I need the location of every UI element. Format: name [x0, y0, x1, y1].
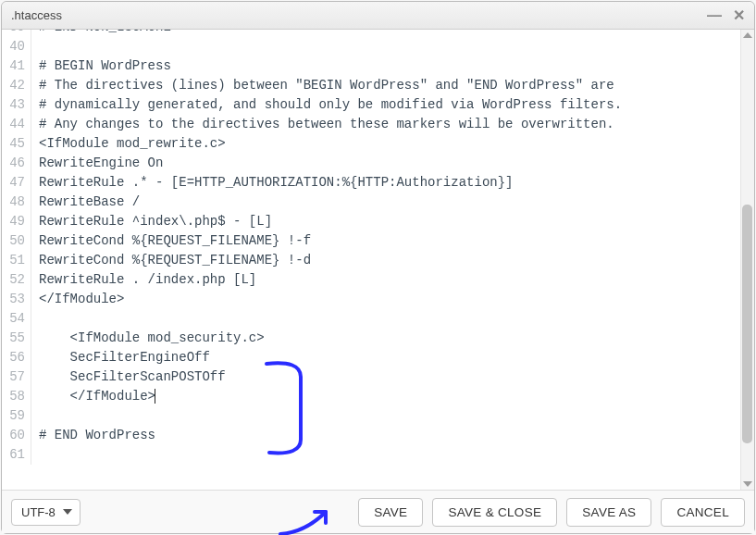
save-as-button[interactable]: SAVE AS: [566, 498, 651, 527]
code-line[interactable]: 61: [2, 445, 740, 465]
line-content: [31, 37, 39, 56]
line-content: SecFilterScanPOSTOff: [31, 367, 226, 387]
line-number: 53: [2, 290, 31, 309]
editor-window: .htaccess — ✕ 39# END NON_LSCACHE4041# B…: [1, 1, 755, 534]
line-content: # END NON_LSCACHE: [31, 30, 171, 37]
window-title: .htaccess: [11, 8, 62, 22]
code-editor[interactable]: 39# END NON_LSCACHE4041# BEGIN WordPress…: [2, 30, 740, 490]
code-line[interactable]: 60# END WordPress: [2, 426, 740, 445]
code-line[interactable]: 54: [2, 309, 740, 329]
code-line[interactable]: 43# dynamically generated, and should on…: [2, 95, 740, 115]
code-line[interactable]: 53</IfModule>: [2, 290, 740, 309]
scrollbar-thumb[interactable]: [742, 205, 752, 443]
line-number: 48: [2, 193, 31, 212]
code-line[interactable]: 45<IfModule mod_rewrite.c>: [2, 134, 740, 154]
code-line[interactable]: 44# Any changes to the directives betwee…: [2, 115, 740, 134]
line-content: # Any changes to the directives between …: [31, 115, 614, 134]
close-icon[interactable]: ✕: [733, 8, 745, 23]
line-number: 40: [2, 37, 31, 56]
line-content: # dynamically generated, and should only…: [31, 95, 622, 115]
text-caret: [155, 389, 155, 404]
line-content: [31, 309, 39, 329]
code-line[interactable]: 59: [2, 406, 740, 426]
line-content: </IfModule>: [31, 290, 124, 309]
code-line[interactable]: 57 SecFilterScanPOSTOff: [2, 367, 740, 387]
line-number: 45: [2, 134, 31, 154]
line-number: 39: [2, 30, 31, 37]
line-content: </IfModule>: [31, 387, 155, 406]
titlebar-actions: — ✕: [707, 8, 745, 23]
line-number: 50: [2, 231, 31, 251]
scrollbar[interactable]: [740, 30, 754, 490]
line-number: 56: [2, 348, 31, 367]
line-number: 46: [2, 154, 31, 173]
code-line[interactable]: 42# The directives (lines) between "BEGI…: [2, 76, 740, 95]
line-content: # BEGIN WordPress: [31, 56, 171, 76]
line-content: [31, 445, 39, 465]
line-content: <IfModule mod_security.c>: [31, 329, 265, 348]
line-content: RewriteCond %{REQUEST_FILENAME} !-d: [31, 251, 311, 270]
line-number: 43: [2, 95, 31, 115]
code-line[interactable]: 48RewriteBase /: [2, 193, 740, 212]
code-line[interactable]: 55 <IfModule mod_security.c>: [2, 329, 740, 348]
line-number: 58: [2, 387, 31, 406]
footer-bar: UTF-8 SAVE SAVE & CLOSE SAVE AS CANCEL: [2, 491, 754, 533]
line-number: 54: [2, 309, 31, 329]
save-close-button[interactable]: SAVE & CLOSE: [432, 498, 557, 527]
line-number: 60: [2, 426, 31, 445]
line-content: RewriteBase /: [31, 193, 140, 212]
code-line[interactable]: 56 SecFilterEngineOff: [2, 348, 740, 367]
line-content: # END WordPress: [31, 426, 155, 445]
cancel-button[interactable]: CANCEL: [661, 498, 745, 527]
line-content: <IfModule mod_rewrite.c>: [31, 134, 226, 154]
code-line[interactable]: 49RewriteRule ^index\.php$ - [L]: [2, 212, 740, 231]
line-content: # The directives (lines) between "BEGIN …: [31, 76, 614, 95]
line-number: 57: [2, 367, 31, 387]
code-line[interactable]: 39# END NON_LSCACHE: [2, 30, 740, 37]
line-content: [31, 406, 39, 426]
line-number: 41: [2, 56, 31, 76]
code-line[interactable]: 50RewriteCond %{REQUEST_FILENAME} !-f: [2, 231, 740, 251]
code-line[interactable]: 58 </IfModule>: [2, 387, 740, 406]
line-content: RewriteEngine On: [31, 154, 163, 173]
line-number: 61: [2, 445, 31, 465]
editor-area: 39# END NON_LSCACHE4041# BEGIN WordPress…: [2, 30, 754, 491]
line-content: RewriteRule .* - [E=HTTP_AUTHORIZATION:%…: [31, 173, 513, 193]
code-line[interactable]: 46RewriteEngine On: [2, 154, 740, 173]
code-line[interactable]: 52RewriteRule . /index.php [L]: [2, 270, 740, 290]
code-line[interactable]: 41# BEGIN WordPress: [2, 56, 740, 76]
line-number: 52: [2, 270, 31, 290]
code-line[interactable]: 40: [2, 37, 740, 56]
code-line[interactable]: 51RewriteCond %{REQUEST_FILENAME} !-d: [2, 251, 740, 270]
line-content: RewriteCond %{REQUEST_FILENAME} !-f: [31, 231, 311, 251]
line-number: 55: [2, 329, 31, 348]
line-number: 49: [2, 212, 31, 231]
titlebar: .htaccess — ✕: [2, 2, 754, 30]
line-number: 47: [2, 173, 31, 193]
line-content: RewriteRule ^index\.php$ - [L]: [31, 212, 272, 231]
line-number: 44: [2, 115, 31, 134]
encoding-select[interactable]: UTF-8: [11, 499, 81, 526]
scroll-up-icon[interactable]: [743, 32, 752, 38]
line-content: RewriteRule . /index.php [L]: [31, 270, 256, 290]
encoding-value: UTF-8: [21, 505, 56, 519]
line-number: 59: [2, 406, 31, 426]
line-number: 42: [2, 76, 31, 95]
minimize-icon[interactable]: —: [707, 8, 722, 23]
save-button[interactable]: SAVE: [358, 498, 423, 527]
line-number: 51: [2, 251, 31, 270]
code-line[interactable]: 47RewriteRule .* - [E=HTTP_AUTHORIZATION…: [2, 173, 740, 193]
line-content: SecFilterEngineOff: [31, 348, 210, 367]
scroll-down-icon[interactable]: [743, 481, 752, 487]
